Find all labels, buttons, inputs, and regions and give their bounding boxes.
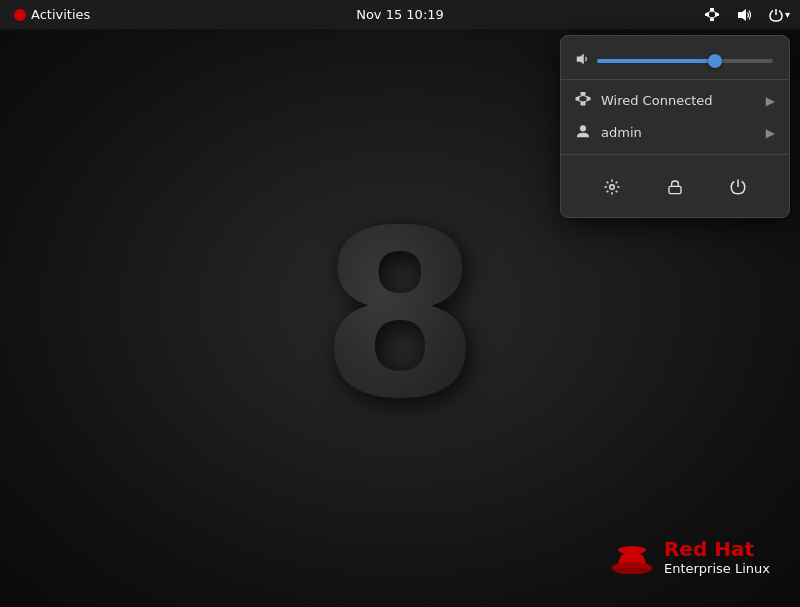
topbar-right: ▾ — [700, 5, 800, 25]
lock-button[interactable] — [657, 169, 693, 205]
redhat-dot-icon — [14, 9, 26, 21]
svg-rect-11 — [576, 97, 580, 101]
volume-slider[interactable] — [597, 59, 773, 63]
svg-marker-8 — [738, 9, 746, 21]
settings-button[interactable] — [594, 169, 630, 205]
svg-point-22 — [618, 546, 646, 554]
svg-line-16 — [578, 101, 584, 103]
svg-line-15 — [583, 96, 589, 98]
svg-rect-12 — [587, 97, 591, 101]
svg-rect-13 — [581, 102, 586, 106]
volume-icon[interactable] — [732, 5, 756, 25]
svg-line-7 — [712, 16, 717, 18]
menu-actions — [561, 161, 789, 209]
rhel-logo: Red Hat Enterprise Linux — [610, 537, 770, 577]
activities-button[interactable]: Activities — [8, 5, 96, 24]
activities-label: Activities — [31, 7, 90, 22]
svg-rect-2 — [715, 13, 719, 16]
network-icon[interactable] — [700, 5, 724, 25]
redhat-hat-icon — [610, 538, 654, 576]
menu-divider — [561, 154, 789, 155]
wired-connected-item[interactable]: Wired Connected ▶ — [561, 84, 789, 117]
topbar-left: Activities — [0, 5, 96, 24]
system-menu-panel: Wired Connected ▶ admin ▶ — [560, 35, 790, 218]
volume-slider-fill — [597, 59, 711, 63]
svg-line-5 — [712, 11, 717, 13]
user-icon — [575, 124, 591, 141]
svg-point-19 — [610, 185, 615, 190]
svg-line-6 — [707, 16, 712, 18]
svg-rect-0 — [710, 8, 714, 11]
power-button[interactable] — [720, 169, 756, 205]
user-item[interactable]: admin ▶ — [561, 117, 789, 148]
svg-marker-9 — [577, 54, 584, 65]
wired-label: Wired Connected — [601, 93, 756, 108]
volume-slider-thumb — [708, 54, 722, 68]
svg-rect-20 — [669, 186, 681, 193]
svg-line-17 — [583, 101, 589, 103]
network-menu-icon — [575, 91, 591, 110]
power-menu-icon[interactable]: ▾ — [764, 5, 794, 25]
svg-rect-1 — [705, 13, 709, 16]
volume-mute-icon — [575, 52, 589, 69]
svg-line-4 — [707, 11, 712, 13]
user-label: admin — [601, 125, 756, 140]
desktop-number: 8 — [320, 200, 480, 430]
svg-rect-3 — [710, 18, 714, 21]
topbar-datetime[interactable]: Nov 15 10:19 — [356, 7, 444, 22]
redhat-brand-text: Red Hat — [664, 537, 770, 561]
svg-line-14 — [578, 96, 584, 98]
user-arrow-icon: ▶ — [766, 126, 775, 140]
svg-point-18 — [580, 125, 586, 131]
topbar: Activities Nov 15 10:19 — [0, 0, 800, 30]
wired-arrow-icon: ▶ — [766, 94, 775, 108]
volume-row — [561, 48, 789, 80]
rhel-text: Red Hat Enterprise Linux — [664, 537, 770, 577]
desktop: Activities Nov 15 10:19 — [0, 0, 800, 607]
enterprise-linux-text: Enterprise Linux — [664, 561, 770, 577]
svg-rect-10 — [581, 92, 586, 96]
